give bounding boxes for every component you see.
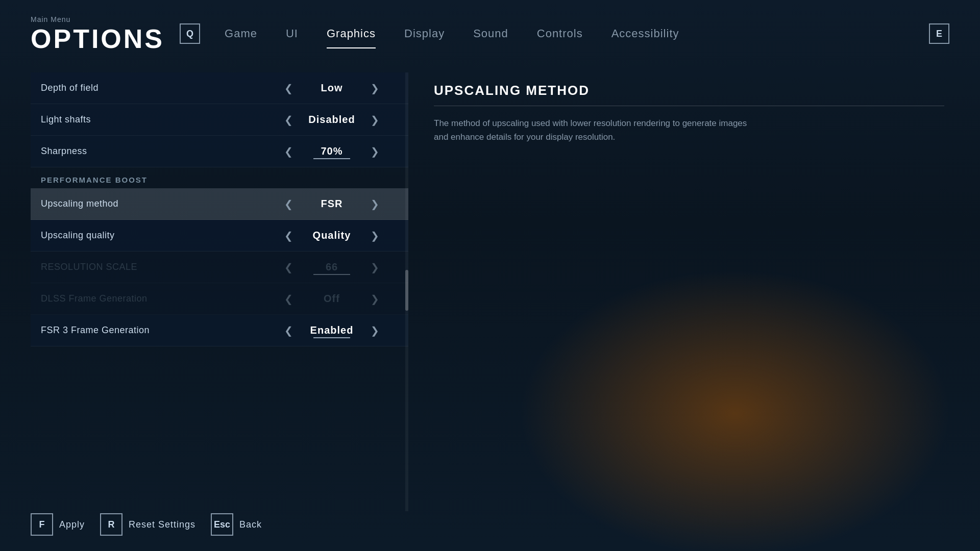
footer-action-reset-settings[interactable]: RReset Settings (100, 513, 195, 536)
tab-sound[interactable]: Sound (459, 22, 523, 45)
setting-value-fsr3-frame-gen: Enabled (301, 324, 362, 336)
tab-controls[interactable]: Controls (523, 22, 597, 45)
footer-label-back: Back (239, 519, 262, 530)
page-content: Main Menu OPTIONS Q GameUIGraphicsDispla… (0, 0, 980, 551)
setting-name-upscaling-method: Upscaling method (41, 198, 265, 209)
scrollbar-thumb (405, 270, 408, 311)
setting-control-upscaling-method: ❮FSR❯ (265, 194, 398, 214)
arrow-right-sharpness[interactable]: ❯ (362, 141, 387, 162)
footer-key-back: Esc (211, 513, 233, 536)
footer-key-reset-settings: R (100, 513, 122, 536)
info-title: UPSCALING METHOD (434, 83, 944, 106)
setting-control-sharpness: ❮70%❯ (265, 141, 398, 162)
footer-label-apply: Apply (59, 519, 85, 530)
page-title: OPTIONS (31, 26, 164, 52)
setting-name-upscaling-quality: Upscaling quality (41, 230, 265, 241)
arrow-left-depth-of-field[interactable]: ❮ (276, 78, 301, 98)
info-description: The method of upscaling used with lower … (434, 116, 750, 144)
arrow-left-upscaling-quality[interactable]: ❮ (276, 226, 301, 246)
main-layout: Depth of field❮Low❯Light shafts❮Disabled… (0, 52, 980, 511)
setting-row-depth-of-field[interactable]: Depth of field❮Low❯ (31, 72, 408, 104)
scrollbar-track[interactable] (405, 72, 408, 511)
tab-ui[interactable]: UI (272, 22, 312, 45)
setting-control-resolution-scale: ❮66❯ (265, 257, 398, 278)
setting-value-dlss-frame-gen: Off (301, 293, 362, 305)
arrow-right-upscaling-method[interactable]: ❯ (362, 194, 387, 214)
settings-panel: Depth of field❮Low❯Light shafts❮Disabled… (31, 72, 408, 511)
tab-game[interactable]: Game (210, 22, 272, 45)
setting-row-sharpness[interactable]: Sharpness❮70%❯ (31, 136, 408, 167)
setting-value-sharpness: 70% (301, 145, 362, 157)
setting-value-light-shafts: Disabled (301, 114, 362, 126)
arrow-left-upscaling-method[interactable]: ❮ (276, 194, 301, 214)
footer-label-reset-settings: Reset Settings (129, 519, 195, 530)
header: Main Menu OPTIONS Q GameUIGraphicsDispla… (0, 0, 980, 52)
arrow-left-sharpness[interactable]: ❮ (276, 141, 301, 162)
setting-value-upscaling-quality: Quality (301, 230, 362, 241)
setting-row-dlss-frame-gen[interactable]: DLSS Frame Generation❮Off❯ (31, 283, 408, 315)
setting-row-resolution-scale[interactable]: RESOLUTION SCALE❮66❯ (31, 252, 408, 283)
setting-row-upscaling-quality[interactable]: Upscaling quality❮Quality❯ (31, 220, 408, 252)
arrow-right-upscaling-quality[interactable]: ❯ (362, 226, 387, 246)
setting-name-fsr3-frame-gen: FSR 3 Frame Generation (41, 325, 265, 336)
setting-row-upscaling-method[interactable]: Upscaling method❮FSR❯ (31, 188, 408, 220)
e-key-badge[interactable]: E (929, 23, 949, 44)
footer-action-apply[interactable]: FApply (31, 513, 85, 536)
setting-control-upscaling-quality: ❮Quality❯ (265, 226, 398, 246)
arrow-right-fsr3-frame-gen[interactable]: ❯ (362, 320, 387, 341)
setting-control-depth-of-field: ❮Low❯ (265, 78, 398, 98)
settings-list: Depth of field❮Low❯Light shafts❮Disabled… (31, 72, 408, 346)
arrow-left-dlss-frame-gen[interactable]: ❮ (276, 289, 301, 309)
setting-name-depth-of-field: Depth of field (41, 83, 265, 93)
setting-value-depth-of-field: Low (301, 82, 362, 94)
setting-name-dlss-frame-gen: DLSS Frame Generation (41, 293, 265, 304)
setting-control-light-shafts: ❮Disabled❯ (265, 110, 398, 130)
setting-name-light-shafts: Light shafts (41, 114, 265, 125)
setting-control-fsr3-frame-gen: ❮Enabled❯ (265, 320, 398, 341)
arrow-left-resolution-scale[interactable]: ❮ (276, 257, 301, 278)
title-area: Main Menu OPTIONS (31, 15, 164, 52)
footer: FApplyRReset SettingsEscBack (0, 503, 980, 551)
nav-tabs: GameUIGraphicsDisplaySoundControlsAccess… (210, 22, 924, 45)
tab-display[interactable]: Display (390, 22, 459, 45)
setting-row-light-shafts[interactable]: Light shafts❮Disabled❯ (31, 104, 408, 136)
info-panel: UPSCALING METHOD The method of upscaling… (429, 72, 949, 511)
setting-value-upscaling-method: FSR (301, 198, 362, 210)
arrow-left-fsr3-frame-gen[interactable]: ❮ (276, 320, 301, 341)
arrow-right-depth-of-field[interactable]: ❯ (362, 78, 387, 98)
arrow-left-light-shafts[interactable]: ❮ (276, 110, 301, 130)
q-key-badge[interactable]: Q (180, 23, 200, 44)
setting-row-fsr3-frame-gen[interactable]: FSR 3 Frame Generation❮Enabled❯ (31, 315, 408, 346)
setting-control-dlss-frame-gen: ❮Off❯ (265, 289, 398, 309)
tab-accessibility[interactable]: Accessibility (597, 22, 694, 45)
arrow-right-dlss-frame-gen[interactable]: ❯ (362, 289, 387, 309)
setting-value-resolution-scale: 66 (301, 261, 362, 273)
footer-key-apply: F (31, 513, 53, 536)
section-header-performance-boost: Performance boost (31, 167, 408, 188)
tab-graphics[interactable]: Graphics (312, 22, 390, 45)
footer-action-back[interactable]: EscBack (211, 513, 262, 536)
arrow-right-resolution-scale[interactable]: ❯ (362, 257, 387, 278)
main-menu-label: Main Menu (31, 15, 164, 23)
arrow-right-light-shafts[interactable]: ❯ (362, 110, 387, 130)
setting-name-resolution-scale: RESOLUTION SCALE (41, 262, 265, 272)
setting-name-sharpness: Sharpness (41, 146, 265, 157)
